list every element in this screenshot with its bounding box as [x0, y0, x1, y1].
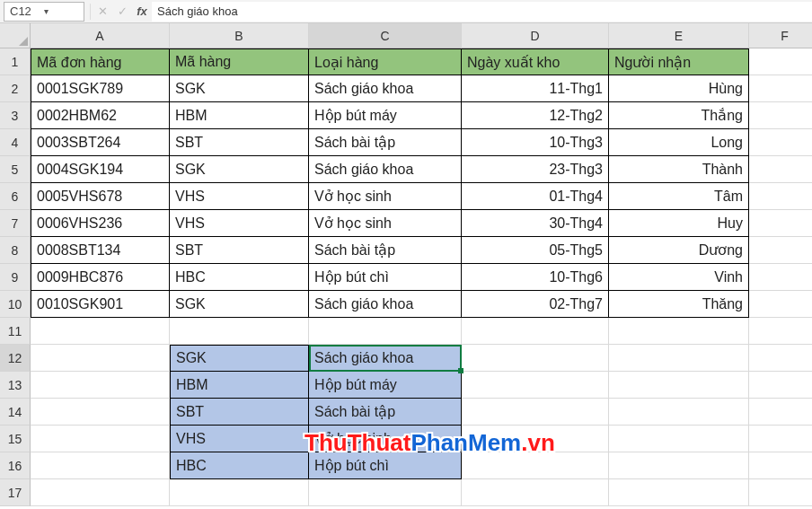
row-header[interactable]: 1 — [0, 48, 31, 75]
cell[interactable] — [749, 48, 812, 75]
cell[interactable] — [31, 345, 170, 372]
cell[interactable]: Long — [609, 129, 749, 156]
cell[interactable] — [31, 479, 170, 506]
row-header[interactable]: 12 — [0, 345, 31, 372]
cell[interactable] — [462, 399, 609, 426]
cell[interactable] — [170, 479, 309, 506]
cell[interactable]: SGK — [170, 345, 309, 372]
cell[interactable]: Mã hàng — [170, 48, 309, 75]
cell[interactable]: Hộp bút chì — [309, 452, 462, 479]
cell[interactable]: Sách bài tập — [309, 129, 462, 156]
cell[interactable]: Huy — [609, 210, 749, 237]
cell[interactable]: 02-Thg7 — [462, 291, 609, 318]
cell[interactable] — [31, 399, 170, 426]
cell[interactable]: 12-Thg2 — [462, 102, 609, 129]
cell[interactable]: Sách bài tập — [309, 237, 462, 264]
cell[interactable]: 10-Thg3 — [462, 129, 609, 156]
row-header[interactable]: 7 — [0, 210, 31, 237]
cell[interactable]: 0005VHS678 — [31, 183, 170, 210]
column-header[interactable]: F — [749, 23, 812, 48]
cell[interactable]: Loại hàng — [309, 48, 462, 75]
cell[interactable]: Vinh — [609, 264, 749, 291]
cell[interactable]: SBT — [170, 399, 309, 426]
select-all-corner[interactable] — [0, 23, 31, 48]
cell[interactable]: Hộp bút máy — [309, 372, 462, 399]
cell[interactable] — [749, 264, 812, 291]
cell[interactable] — [609, 399, 749, 426]
cell[interactable]: Thành — [609, 156, 749, 183]
row-header[interactable]: 9 — [0, 264, 31, 291]
cell[interactable]: Tâm — [609, 183, 749, 210]
column-header[interactable]: D — [462, 23, 609, 48]
cell[interactable]: Vở học sinh — [309, 210, 462, 237]
cell[interactable]: 05-Thg5 — [462, 237, 609, 264]
cell[interactable]: SGK — [170, 75, 309, 102]
cell[interactable] — [462, 372, 609, 399]
cell[interactable]: Hùng — [609, 75, 749, 102]
cell[interactable]: 30-Thg4 — [462, 210, 609, 237]
cell[interactable]: Ngày xuất kho — [462, 48, 609, 75]
cell[interactable] — [749, 452, 812, 479]
cell[interactable]: 0003SBT264 — [31, 129, 170, 156]
cell[interactable] — [749, 237, 812, 264]
cell[interactable] — [749, 75, 812, 102]
cell[interactable]: VHS — [170, 426, 309, 452]
formula-input[interactable]: Sách giáo khoa — [152, 2, 812, 22]
cell[interactable]: 0004SGK194 — [31, 156, 170, 183]
name-box[interactable]: C12 ▾ — [4, 2, 84, 22]
cell[interactable]: VHS — [170, 210, 309, 237]
row-header[interactable]: 10 — [0, 291, 31, 318]
cell[interactable]: Thắng — [609, 102, 749, 129]
cell[interactable] — [749, 183, 812, 210]
cell[interactable]: 0009HBC876 — [31, 264, 170, 291]
cancel-icon[interactable]: ✕ — [93, 2, 112, 22]
column-header[interactable]: A — [31, 23, 170, 48]
cell[interactable] — [462, 452, 609, 479]
cell[interactable] — [309, 318, 462, 345]
cell[interactable]: Dương — [609, 237, 749, 264]
cell[interactable] — [462, 318, 609, 345]
cell[interactable]: Vở học sinh — [309, 426, 462, 452]
row-header[interactable]: 15 — [0, 426, 31, 452]
cell[interactable]: HBC — [170, 264, 309, 291]
row-header[interactable]: 5 — [0, 156, 31, 183]
cell[interactable] — [749, 345, 812, 372]
cell[interactable]: SGK — [170, 156, 309, 183]
cell[interactable] — [31, 318, 170, 345]
cell[interactable]: 11-Thg1 — [462, 75, 609, 102]
cell[interactable] — [749, 479, 812, 506]
cell[interactable]: VHS — [170, 183, 309, 210]
cell[interactable] — [609, 345, 749, 372]
row-header[interactable]: 16 — [0, 452, 31, 479]
cell[interactable]: 23-Thg3 — [462, 156, 609, 183]
row-header[interactable]: 6 — [0, 183, 31, 210]
cell[interactable]: Sách bài tập — [309, 399, 462, 426]
cell[interactable] — [749, 399, 812, 426]
cell[interactable]: HBM — [170, 372, 309, 399]
cell[interactable] — [31, 426, 170, 452]
cell[interactable]: Sách giáo khoa — [309, 345, 462, 372]
cell[interactable] — [462, 345, 609, 372]
cell[interactable] — [749, 291, 812, 318]
cell[interactable] — [749, 372, 812, 399]
column-header[interactable]: C — [309, 23, 462, 48]
cell[interactable] — [609, 318, 749, 345]
row-header[interactable]: 4 — [0, 129, 31, 156]
cell[interactable] — [749, 318, 812, 345]
cell[interactable] — [749, 156, 812, 183]
cell[interactable]: 0008SBT134 — [31, 237, 170, 264]
cell[interactable]: Vở học sinh — [309, 183, 462, 210]
cell[interactable]: Thăng — [609, 291, 749, 318]
chevron-down-icon[interactable]: ▾ — [44, 6, 78, 16]
cell[interactable]: Sách giáo khoa — [309, 291, 462, 318]
cell[interactable] — [609, 372, 749, 399]
cell[interactable]: HBM — [170, 102, 309, 129]
cell[interactable]: SGK — [170, 291, 309, 318]
cell[interactable] — [609, 452, 749, 479]
cell[interactable]: Hộp bút chì — [309, 264, 462, 291]
cell[interactable]: SBT — [170, 129, 309, 156]
cell[interactable]: Mã đơn hàng — [31, 48, 170, 75]
row-header[interactable]: 14 — [0, 399, 31, 426]
cell[interactable]: 0001SGK789 — [31, 75, 170, 102]
cell[interactable]: Hộp bút máy — [309, 102, 462, 129]
